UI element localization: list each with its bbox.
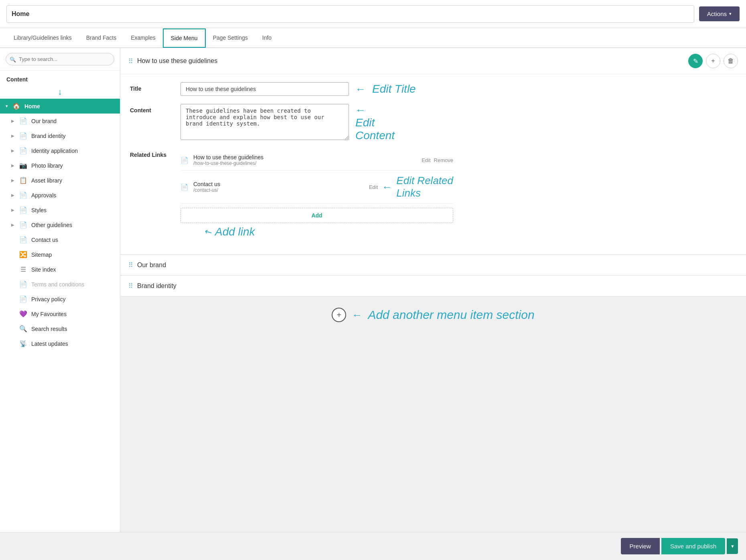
edit-section-button[interactable]: ✎: [688, 54, 703, 68]
add-section-arrow: ←: [352, 309, 362, 321]
feed-icon: 📡: [19, 340, 27, 347]
tab-brand-facts[interactable]: Brand Facts: [79, 29, 124, 47]
sidebar-item-our-brand[interactable]: ▶ 📄 Our brand: [0, 114, 120, 128]
page-icon: 📄: [19, 236, 27, 243]
link-edit-button-1[interactable]: Edit: [422, 157, 430, 163]
edit-title-annotation: Edit Title: [372, 83, 416, 95]
section-title-2: Our brand: [137, 262, 166, 269]
add-section-annotation: Add another menu item section: [368, 308, 534, 322]
content-area: ⠿ How to use these guidelines ✎ + 🗑 Titl…: [120, 48, 746, 532]
edit-content-arrow: ←: [355, 104, 366, 116]
sidebar-item-latest-updates[interactable]: ▶ 📡 Latest updates: [0, 336, 120, 351]
page-title-input[interactable]: [6, 5, 694, 23]
link-info-1: How to use these guidelines /how-to-use-…: [193, 154, 417, 166]
save-publish-button[interactable]: Save and publish: [661, 538, 725, 554]
publish-dropdown-button[interactable]: ▾: [727, 538, 738, 554]
link-actions-1: Edit Remove: [422, 157, 453, 163]
edit-related-arrow: ←: [382, 181, 392, 193]
down-arrow-indicator: ↓: [0, 85, 120, 99]
sidebar-item-terms[interactable]: ▶ 📄 Terms and conditions: [0, 277, 120, 292]
home-icon: 🏠: [12, 102, 20, 110]
sidebar-item-approvals[interactable]: ▶ 📄 Approvals: [0, 188, 120, 203]
sidebar-item-photo-library[interactable]: ▶ 📷 Photo library: [0, 158, 120, 173]
page-icon: 📄: [19, 295, 27, 303]
heart-icon: 💜: [19, 310, 27, 318]
link-name-1: How to use these guidelines: [193, 154, 417, 160]
section-body-1: Title ← Edit Title Content These guideli…: [120, 74, 746, 254]
content-field-label: Content: [130, 104, 174, 114]
link-edit-button-2[interactable]: Edit: [369, 184, 378, 190]
link-remove-button-1[interactable]: Remove: [434, 157, 453, 163]
add-link-arrow-icon: ↖: [203, 225, 214, 238]
title-field-row: Title ← Edit Title: [130, 82, 736, 96]
edit-title-arrow: ←: [355, 83, 366, 95]
tab-page-settings[interactable]: Page Settings: [206, 29, 255, 47]
main-layout: 🔍 Content ↓ ▾ 🏠 Home ▶ 📄 Our brand ▶ 📄 B…: [0, 48, 746, 532]
link-name-2: Contact us: [193, 181, 364, 187]
actions-button[interactable]: Actions ▾: [699, 6, 740, 21]
related-links-field-row: Related Links 📄 How to use these guideli…: [130, 150, 736, 238]
section-brand-identity: ⠿ Brand identity: [120, 276, 746, 296]
tab-info[interactable]: Info: [255, 29, 279, 47]
related-links-label: Related Links: [130, 150, 174, 158]
chevron-right-icon: ▶: [11, 119, 14, 123]
link-item-1: 📄 How to use these guidelines /how-to-us…: [180, 150, 453, 170]
add-menu-item-button[interactable]: +: [332, 308, 346, 322]
sidebar-item-search-results[interactable]: ▶ 🔍 Search results: [0, 321, 120, 336]
tabs-bar: Library/Guidelines links Brand Facts Exa…: [0, 28, 746, 48]
content-field-row: Content These guidelines have been creat…: [130, 104, 736, 142]
page-icon: 📄: [19, 191, 27, 199]
edit-related-annotation: Edit Related Links: [396, 174, 453, 199]
chevron-right-icon: ▶: [11, 163, 14, 168]
add-link-area: Add: [180, 208, 453, 223]
drag-handle-icon: ⠿: [128, 57, 133, 65]
sidebar-item-privacy[interactable]: ▶ 📄 Privacy policy: [0, 292, 120, 306]
drag-handle-icon: ⠿: [128, 261, 133, 269]
link-info-2: Contact us /contact-us/: [193, 181, 364, 193]
title-field-label: Title: [130, 82, 174, 92]
tab-examples[interactable]: Examples: [124, 29, 162, 47]
title-field-input[interactable]: [180, 82, 349, 96]
page-icon: 📄: [19, 117, 27, 125]
chevron-right-icon: ▶: [11, 193, 14, 197]
sidebar: 🔍 Content ↓ ▾ 🏠 Home ▶ 📄 Our brand ▶ 📄 B…: [0, 48, 120, 532]
add-section-area: + ← Add another menu item section: [120, 296, 746, 333]
delete-section-button[interactable]: 🗑: [724, 54, 738, 68]
link-url-2: /contact-us/: [193, 187, 364, 193]
page-icon: 📄: [19, 147, 27, 154]
sidebar-item-brand-identity[interactable]: ▶ 📄 Brand identity: [0, 128, 120, 143]
sidebar-item-sitemap[interactable]: ▶ 🔀 Sitemap: [0, 247, 120, 262]
link-actions-2: Edit ← Edit Related Links: [369, 174, 453, 199]
add-link-annotation: Add link: [215, 225, 255, 238]
section-how-to-use: ⠿ How to use these guidelines ✎ + 🗑 Titl…: [120, 48, 746, 255]
top-bar: Actions ▾: [0, 0, 746, 28]
chevron-right-icon: ▶: [11, 134, 14, 138]
section-title-3: Brand identity: [137, 282, 176, 290]
sidebar-item-identity-application[interactable]: ▶ 📄 Identity application: [0, 143, 120, 158]
add-link-annotation-area: ↖ Add link: [180, 225, 453, 238]
add-section-button[interactable]: +: [706, 54, 720, 68]
sidebar-item-styles[interactable]: ▶ 📄 Styles: [0, 203, 120, 217]
content-field-textarea[interactable]: These guidelines have been created to in…: [180, 104, 349, 140]
sidebar-item-contact-us[interactable]: ▶ 📄 Contact us: [0, 232, 120, 247]
sidebar-item-favourites[interactable]: ▶ 💜 My Favourites: [0, 306, 120, 321]
file-icon: 📄: [180, 183, 189, 191]
tab-side-menu[interactable]: Side Menu: [163, 28, 206, 48]
link-url-1: /how-to-use-these-guidelines/: [193, 160, 417, 166]
section-our-brand: ⠿ Our brand: [120, 255, 746, 276]
asset-icon: 📋: [19, 177, 27, 184]
sidebar-item-other-guidelines[interactable]: ▶ 📄 Other guidelines: [0, 217, 120, 232]
preview-button[interactable]: Preview: [621, 538, 660, 554]
search-icon: 🔍: [19, 325, 27, 333]
file-icon: 📄: [180, 156, 189, 164]
bottom-bar: Preview Save and publish ▾: [0, 532, 746, 560]
page-icon: 📄: [19, 280, 27, 288]
sidebar-item-home[interactable]: ▾ 🏠 Home: [0, 99, 120, 114]
chevron-right-icon: ▶: [11, 178, 14, 183]
sidebar-item-site-index[interactable]: ▶ ☰ Site index: [0, 262, 120, 277]
sidebar-item-asset-library[interactable]: ▶ 📋 Asset library: [0, 173, 120, 188]
tab-library[interactable]: Library/Guidelines links: [6, 29, 79, 47]
add-link-button[interactable]: Add: [311, 212, 322, 219]
chevron-down-icon: ▾: [6, 104, 8, 108]
search-input[interactable]: [6, 53, 114, 65]
